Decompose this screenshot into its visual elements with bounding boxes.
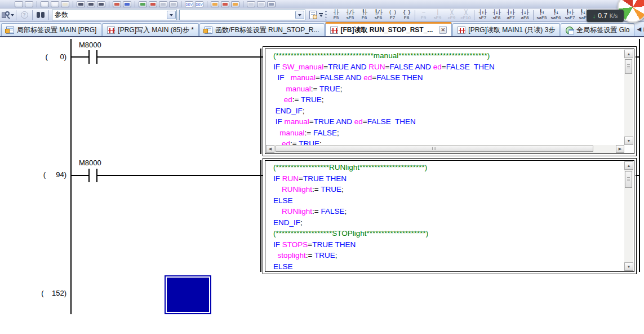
ladder-symbol-button-F8[interactable]: { }F8 <box>399 9 414 22</box>
st-code-line: RUNlight:= FALSE; <box>273 206 624 217</box>
window-icon[interactable] <box>25 1 33 7</box>
ladder-symbol-glyph: ┤↑├ <box>507 10 514 15</box>
toolbar-button[interactable] <box>247 1 255 7</box>
device-search-button[interactable] <box>2 10 14 21</box>
function-key-label: sF9 <box>434 15 441 20</box>
paste-icon[interactable] <box>61 1 69 7</box>
zoom-icon[interactable] <box>169 1 177 7</box>
stop-monitor-icon[interactable] <box>123 1 131 7</box>
start-monitor-icon[interactable] <box>113 1 121 7</box>
chevron-down-icon[interactable] <box>267 1 276 7</box>
verify-plc-icon[interactable] <box>97 1 105 7</box>
toolbar-overflow-button[interactable] <box>319 10 323 20</box>
toolbar-separator <box>533 10 534 20</box>
read-plc-icon[interactable] <box>87 1 95 7</box>
scroll-down-button[interactable]: ▼ <box>624 137 633 145</box>
scroll-right-button[interactable]: ▶ <box>616 145 624 153</box>
ladder-symbol-button-sF6[interactable]: ┞/├sF6 <box>371 9 385 22</box>
label-grid-icon <box>6 27 14 34</box>
scroll-left-button[interactable]: ◀ <box>266 145 274 153</box>
ladder-symbol-button-F7[interactable]: ( )F7 <box>385 9 399 22</box>
inline-st-box[interactable]: (******************RUNlight*************… <box>265 160 634 272</box>
ladder-symbol-button-sF7[interactable]: ┤↑├sF7 <box>476 9 490 22</box>
scroll-up-button[interactable]: ▲ <box>624 50 633 58</box>
contact-symbol[interactable] <box>88 50 90 64</box>
device-display-icon[interactable]: DEV <box>195 1 203 7</box>
cross-reference-combobox[interactable] <box>179 10 305 20</box>
find-button[interactable] <box>34 10 47 21</box>
download-arrow-icon: ↓ <box>593 12 596 19</box>
scrollbar-thumb[interactable] <box>276 146 593 152</box>
tab--fb-run-stop-rst-[interactable]: [FB]读取 RUN_STOP_RST_...✕ <box>325 22 452 36</box>
combobox-drop-button[interactable] <box>295 11 304 19</box>
ladder-symbol-button-F6[interactable]: ┞├F6 <box>357 9 371 22</box>
st-box-connector <box>260 160 261 272</box>
combobox-drop-button[interactable] <box>167 11 176 19</box>
copy-icon[interactable] <box>41 1 49 7</box>
st-code-area[interactable]: (******************RUNlight*************… <box>265 161 624 271</box>
ladder-symbol-button-aF8[interactable]: ┤↓├aF8 <box>518 9 532 22</box>
tab-label: 局部标签设置 MAIN [PRG] <box>17 25 96 35</box>
tab--main-prg-[interactable]: 局部标签设置 MAIN [PRG] <box>1 23 101 36</box>
tab-scroll-left-button[interactable]: ◀ <box>636 23 642 36</box>
contact-symbol[interactable] <box>88 169 90 182</box>
vertical-scrollbar[interactable]: ▲ ▼ <box>624 161 633 271</box>
ladder-symbol-button-sF8[interactable]: ┤↓├sF8 <box>490 9 504 22</box>
ladder-symbol-button-aF7[interactable]: ┤↑├aF7 <box>504 9 518 22</box>
ladder-symbol-button-saF7[interactable]: ┞↑├saF7 <box>563 9 577 22</box>
toolbar-separator <box>109 1 109 7</box>
ladder-symbol-button-saF6[interactable]: ┞↓saF6 <box>549 9 563 22</box>
ladder-symbol-button-cF10[interactable]: ╳cF10 <box>459 9 473 22</box>
st-box-connector <box>260 49 261 154</box>
breakpoint-icon[interactable] <box>231 1 239 7</box>
device-display-icon[interactable]: DEV <box>185 1 193 7</box>
zoom-out-icon[interactable] <box>149 1 157 7</box>
tab--glo[interactable]: 全局标签设置 Glo <box>561 23 634 36</box>
prg-ladder-icon <box>458 27 465 34</box>
toolbar-button[interactable] <box>257 1 265 7</box>
ladder-cursor-cell[interactable] <box>165 275 211 314</box>
st-code-line: ELSE <box>273 195 624 206</box>
toolbar-separator <box>16 10 16 20</box>
ladder-symbol-button-sF9[interactable]: │sF9 <box>430 9 445 22</box>
tab--prg-main-85-[interactable]: [PRG]写入 MAIN (85)步 * <box>102 23 199 36</box>
tab--fb-run-stop-r-[interactable]: 函数/FB标签设置 RUN_STOP_R... <box>199 23 324 36</box>
rung-wire <box>636 175 639 176</box>
ladder-symbol-button-cF9[interactable]: ╳cF9 <box>445 9 459 22</box>
rung-step-number: ( 94) <box>32 170 66 179</box>
ladder-symbol-glyph: ┞↑├ <box>566 10 574 15</box>
scroll-down-button[interactable]: ▼ <box>624 262 633 271</box>
st-code-area[interactable]: (*********************************manual… <box>265 49 624 145</box>
ladder-symbol-glyph: ( ) <box>389 10 396 15</box>
horizontal-scrollbar[interactable]: ◀ ▶ <box>266 145 624 153</box>
ladder-symbol-button-saF5[interactable]: ┞↑saF5 <box>535 9 549 22</box>
function-key-label: F8 <box>404 15 409 20</box>
vertical-scrollbar[interactable]: ▲ ▼ <box>624 50 633 145</box>
ladder-symbol-button-F5[interactable]: ┤├F5 <box>329 9 343 22</box>
scrollbar-thumb[interactable] <box>625 171 632 188</box>
ladder-symbol-button-F9[interactable]: ─F9 <box>416 9 430 22</box>
cross-reference-window-button[interactable] <box>307 10 319 21</box>
scrollbar-thumb[interactable] <box>625 59 632 74</box>
help-button[interactable]: ? <box>18 10 30 21</box>
rung-wire <box>97 175 263 176</box>
toolbar-separator <box>32 10 33 20</box>
zoom-in-icon[interactable] <box>139 1 147 7</box>
step-run-icon[interactable] <box>221 1 229 7</box>
inline-st-box[interactable]: (*********************************manual… <box>265 49 634 154</box>
zoom-icon[interactable] <box>159 1 167 7</box>
tab--prg-main1-3-[interactable]: [PRG]读取 MAIN1 (只读) 3步 <box>452 23 560 36</box>
window-icon[interactable] <box>15 1 23 7</box>
device-label-combobox[interactable]: 参数 <box>52 10 177 20</box>
copy-icon[interactable] <box>51 1 59 7</box>
debug-icon[interactable] <box>211 1 219 7</box>
close-tab-button[interactable]: ✕ <box>439 26 447 34</box>
tab-label: [PRG]写入 MAIN (85)步 * <box>118 25 194 35</box>
ladder-editor[interactable]: ( 0) M8000 (****************************… <box>0 37 644 334</box>
st-code-line: ed:= TRUE; <box>273 94 624 106</box>
ladder-symbol-button-sF5[interactable]: ┤/├sF5 <box>343 9 357 22</box>
fb-ladder-icon <box>330 27 338 34</box>
scroll-up-button[interactable]: ▲ <box>624 161 633 170</box>
write-plc-icon[interactable] <box>77 1 85 7</box>
toolbar-grip[interactable] <box>325 10 327 20</box>
